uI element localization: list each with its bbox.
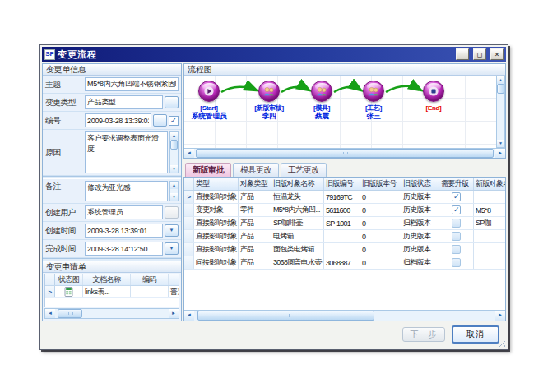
grid-col-header-7[interactable]: 新版对象名称 — [474, 178, 505, 190]
create-time-dropdown-button[interactable]: ▼ — [165, 224, 179, 237]
upgrade-checkbox[interactable] — [452, 232, 461, 241]
create-user-label: 创建用户 — [45, 207, 83, 219]
upgrade-checkbox[interactable] — [452, 219, 461, 228]
change-type-label: 变更类型 — [45, 97, 83, 108]
cancel-button[interactable]: 取消 — [452, 325, 499, 344]
reason-scrollbar[interactable]: ▲ ▼ — [169, 131, 179, 173]
tab-bar: 新版审批模具更改工艺更改 — [183, 162, 506, 177]
mini-col-header-0[interactable]: 状态图 — [55, 274, 83, 285]
grid-cell: SP咖 — [474, 217, 505, 229]
grid-cell-upgrade — [439, 217, 474, 229]
grid-cell: 产品 — [239, 217, 272, 229]
scroll-thumb[interactable] — [196, 149, 494, 158]
subject-input[interactable] — [85, 77, 179, 91]
mini-col-header-2[interactable]: 编码 — [131, 274, 169, 285]
flow-node-name: 张三 — [347, 112, 400, 120]
left-horizontal-scrollbar[interactable]: ◄ ► — [44, 308, 179, 319]
right-panel: 流程图 — [183, 63, 506, 321]
list-item[interactable]: >links表...普通 — [45, 286, 179, 298]
tab-1[interactable]: 模具更改 — [233, 163, 279, 177]
upgrade-checkbox[interactable] — [452, 258, 461, 267]
flow-canvas[interactable]: [Start] 系统管理员 [新版审核] — [184, 76, 496, 148]
titlebar[interactable]: SP 变更流程 _ □ × — [42, 47, 506, 62]
flow-node-end: [End] — [407, 81, 460, 112]
change-type-picker-button[interactable]: ... — [165, 96, 179, 108]
upgrade-checkbox[interactable]: ✓ — [452, 205, 461, 214]
grid-cell: SP咖啡壶 — [272, 217, 324, 229]
table-row[interactable]: 直接影响对象产品SP咖啡壶SP-10010归档版本SP咖 — [184, 217, 505, 230]
grid-cell-upgrade — [439, 243, 474, 256]
flow-node-tag: [新版审核] — [243, 104, 295, 112]
grid-cell: 间接影响对象 — [194, 256, 239, 269]
scroll-thumb[interactable] — [497, 84, 504, 94]
upgrade-checkbox[interactable] — [452, 245, 461, 254]
grid-col-header-4[interactable]: 旧版版本号 — [360, 178, 401, 190]
finish-time-label: 完成时间 — [45, 243, 83, 255]
field-change-type: 变更类型 ... — [43, 94, 181, 112]
tab-0[interactable]: 新版审批 — [185, 163, 231, 177]
grid-col-header-5[interactable]: 旧版状态 — [401, 178, 439, 190]
task-node-icon[interactable] — [311, 81, 332, 102]
finish-time-dropdown-button[interactable]: ▼ — [165, 242, 179, 255]
flow-vertical-scrollbar[interactable]: ▲ ▼ — [496, 76, 505, 148]
scroll-thumb[interactable] — [58, 309, 82, 318]
number-input[interactable] — [85, 113, 151, 127]
close-button[interactable]: × — [490, 48, 504, 60]
number-picker-button[interactable]: ... — [153, 114, 167, 127]
create-user-input[interactable] — [85, 205, 163, 219]
grid-col-header-0[interactable]: 类型 — [194, 178, 239, 190]
minimize-button[interactable]: _ — [456, 48, 469, 60]
grid-cell: 5611600 — [324, 204, 360, 216]
task-node-icon[interactable] — [258, 81, 280, 102]
upgrade-checkbox[interactable]: ✓ — [452, 192, 461, 201]
scroll-left-icon[interactable]: ◄ — [184, 149, 194, 158]
grid-col-header-2[interactable]: 旧版对象名称 — [272, 178, 324, 190]
scroll-right-icon[interactable]: ► — [495, 149, 505, 158]
create-user-picker-button[interactable]: ... — [165, 206, 179, 219]
grid-col-header-6[interactable]: 需要升版 — [439, 178, 474, 190]
tab-2[interactable]: 工艺更改 — [281, 163, 327, 177]
grid-cell: 归档版本 — [401, 217, 439, 229]
remarks-scrollbar[interactable]: ▲ ▼ — [169, 181, 179, 201]
grid-cell: 历史版本 — [401, 204, 439, 216]
scroll-down-icon[interactable]: ▼ — [170, 193, 178, 201]
grid-cell: 电烤箱 — [272, 230, 324, 242]
scroll-down-icon[interactable]: ▼ — [497, 140, 504, 147]
mini-corner — [45, 274, 55, 285]
create-time-input[interactable] — [85, 224, 163, 238]
mini-col-header-3[interactable] — [169, 274, 179, 285]
flow-node-name: 李四 — [243, 112, 295, 120]
mini-col-header-1[interactable]: 文档名称 — [83, 274, 131, 285]
scroll-up-icon[interactable]: ▲ — [170, 132, 178, 140]
finish-time-input[interactable] — [85, 242, 163, 256]
scroll-down-icon[interactable]: ▼ — [170, 165, 178, 173]
grid-col-header-1[interactable]: 对象类型 — [239, 178, 272, 190]
flow-horizontal-scrollbar[interactable]: ◄ ► — [184, 148, 505, 158]
scroll-up-icon[interactable]: ▲ — [497, 76, 504, 84]
flow-node-tag: [Start] — [184, 104, 235, 112]
task-node-icon[interactable] — [363, 81, 384, 102]
end-node-icon[interactable] — [423, 81, 444, 102]
flow-diagram-title: 流程图 — [184, 64, 505, 76]
table-row[interactable]: >直接影响对象产品恒温龙头79169TC0历史版本✓ — [184, 191, 505, 204]
next-button[interactable]: 下一步 — [402, 327, 445, 342]
start-node-icon[interactable] — [198, 81, 220, 102]
create-time-label: 创建时间 — [45, 225, 83, 237]
remarks-textarea[interactable]: 修改为亚光感 — [85, 181, 168, 201]
reason-textarea[interactable]: 客户要求调整表面光滑度 — [85, 131, 168, 173]
flow-node-review: [新版审核] 李四 — [243, 81, 295, 120]
table-row[interactable]: 变更对象零件M5*8内六角凹...56116000历史版本✓M5*8 — [184, 204, 505, 217]
row-selector — [184, 256, 194, 269]
reason-label: 原因 — [45, 147, 83, 159]
scroll-thumb[interactable] — [170, 140, 178, 150]
table-row[interactable]: 直接影响对象产品面包类电烤箱0历史版本 — [184, 243, 505, 256]
scroll-right-icon[interactable]: ► — [169, 309, 179, 318]
number-checkbox[interactable]: ✓ — [169, 116, 179, 126]
grid-col-header-3[interactable]: 旧版编号 — [324, 178, 360, 190]
maximize-button[interactable]: □ — [473, 48, 486, 60]
table-row[interactable]: 间接影响对象产品3068圆盖电水壶30688870归档版本 — [184, 256, 505, 270]
scroll-up-icon[interactable]: ▲ — [170, 182, 178, 189]
table-row[interactable]: 直接影响对象产品电烤箱0历史版本 — [184, 230, 505, 243]
change-type-input[interactable] — [85, 95, 163, 109]
scroll-left-icon[interactable]: ◄ — [45, 309, 55, 318]
